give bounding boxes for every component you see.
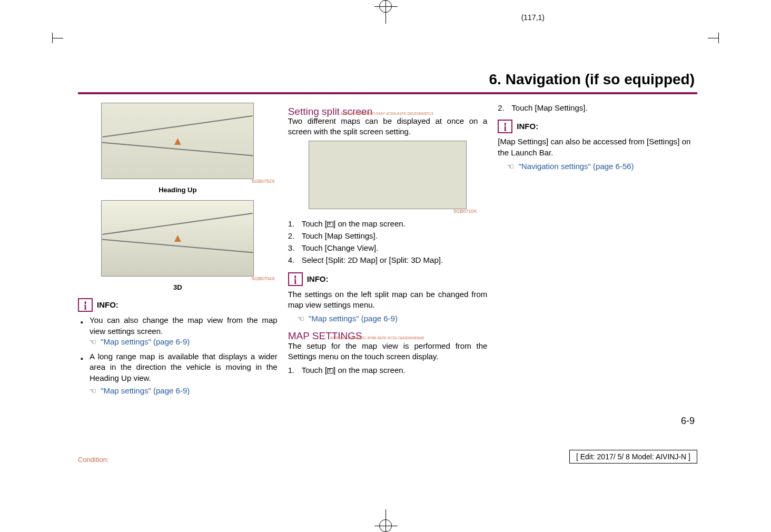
crop-mark-right — [708, 38, 718, 38]
list-item: You can also change the map view from th… — [78, 315, 278, 347]
image-caption: 3D — [78, 283, 278, 292]
pointer-icon: ☞ — [90, 386, 96, 396]
vehicle-arrow-icon: ▲ — [172, 133, 183, 149]
cross-reference-link: "Map settings" (page 6-9) — [309, 314, 398, 323]
info-label: INFO: — [307, 274, 329, 284]
list-text: You can also change the map view from th… — [90, 316, 278, 335]
list-item: Touch [Map Settings]. — [288, 231, 488, 241]
info-callout: i INFO: — [78, 298, 278, 312]
info-label: INFO: — [517, 121, 538, 132]
map-image-heading-up: ▲ — [101, 103, 254, 179]
numbered-list: Touch [] on the map screen. Touch [Map S… — [288, 219, 488, 266]
list-item: A long range map is available that displ… — [78, 351, 278, 396]
map-image-split — [309, 141, 467, 209]
paragraph: The setup for the map view is performed … — [288, 341, 488, 362]
chapter-divider — [78, 92, 697, 94]
info-icon: i — [288, 272, 303, 286]
column-3: Touch [Map Settings]. i INFO: [Map Setti… — [498, 103, 697, 400]
list-item: Touch [Change View]. — [288, 243, 488, 253]
info-callout: i INFO: — [288, 272, 488, 286]
cross-reference-link: "Navigation settings" (page 6-56) — [519, 162, 634, 171]
pointer-icon: ☞ — [507, 161, 514, 172]
list-item: Touch [] on the map screen. — [288, 365, 488, 376]
pointer-icon: ☞ — [90, 337, 96, 347]
paragraph: [Map Settings] can also be accessed from… — [498, 136, 697, 158]
menu-icon — [327, 222, 333, 227]
cross-reference-link: "Map settings" (page 6-9) — [101, 386, 190, 395]
crop-mark-bottom — [379, 519, 392, 532]
list-item: Touch [Map Settings]. — [498, 103, 697, 113]
paragraph: Two different maps can be displayed at o… — [288, 116, 488, 137]
step-text: Touch [ — [302, 219, 327, 228]
condition-label: Condition: — [78, 456, 109, 464]
column-2: Setting split screen AIVINJN1-59764D97-5… — [288, 103, 488, 400]
vehicle-arrow-icon: ▲ — [172, 230, 183, 246]
page-number: 6-9 — [681, 416, 695, 427]
crop-mark-left — [53, 38, 63, 38]
step-text: ] on the map screen. — [333, 366, 406, 375]
page-coordinate: (117,1) — [521, 13, 545, 22]
bullet-list: You can also change the map view from th… — [78, 315, 278, 396]
crop-mark-top — [379, 0, 392, 13]
paragraph: The settings on the left split map can b… — [288, 289, 488, 311]
pointer-icon: ☞ — [298, 313, 304, 324]
numbered-list: Touch [] on the map screen. — [288, 365, 488, 376]
step-text: Touch [ — [302, 366, 327, 375]
edit-info: [ Edit: 2017/ 5/ 8 Model: AIVINJ-N ] — [569, 450, 697, 464]
info-label: INFO: — [97, 300, 118, 310]
info-icon: i — [78, 298, 93, 312]
cross-reference-link: "Map settings" (page 6-9) — [101, 337, 190, 346]
list-item: Select [Split: 2D Map] or [Split: 3D Map… — [288, 255, 488, 265]
list-item: Touch [] on the map screen. — [288, 219, 488, 229]
info-icon: i — [498, 120, 512, 133]
info-callout: i INFO: — [498, 120, 697, 133]
column-1: ▲ 5GB0752X Heading Up ▲ 5GB0704X 3D i IN… — [78, 103, 278, 400]
content-area: ▲ 5GB0752X Heading Up ▲ 5GB0704X 3D i IN… — [78, 103, 697, 400]
menu-icon — [327, 368, 333, 373]
map-image-3d: ▲ — [101, 200, 254, 277]
step-text: ] on the map screen. — [333, 219, 406, 228]
numbered-list: Touch [Map Settings]. — [498, 103, 697, 113]
chapter-title: 6. Navigation (if so equipped) — [489, 71, 695, 88]
list-text: A long range map is available that displ… — [90, 352, 278, 382]
image-caption: Heading Up — [78, 185, 278, 195]
